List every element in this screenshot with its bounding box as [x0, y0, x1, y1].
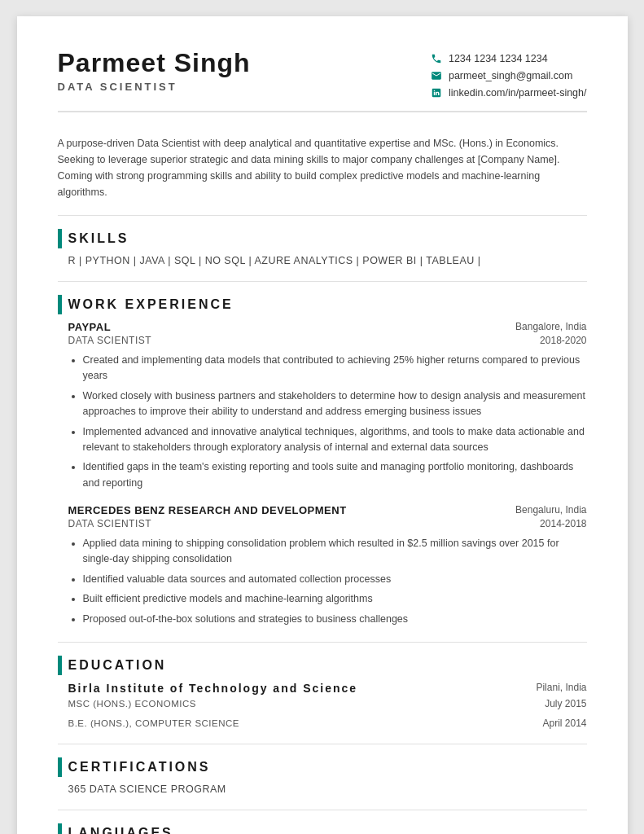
certifications-header: CERTIFICATIONS — [58, 757, 587, 777]
phone-icon — [430, 52, 443, 65]
job-mercedes-title: DATA SCIENTIST — [68, 518, 152, 529]
job-mercedes-subheader: DATA SCIENTIST 2014-2018 — [68, 518, 587, 529]
skills-header: SKILLS — [58, 229, 587, 248]
list-item: Identified gaps in the team's existing r… — [83, 459, 587, 491]
job-paypal-header: PAYPAL Bangalore, India — [68, 321, 587, 333]
linkedin-icon — [430, 86, 443, 99]
job-paypal-bullets: Created and implementing data models tha… — [68, 353, 587, 491]
edu-degree-2-date: April 2014 — [542, 718, 586, 729]
list-item: Applied data mining to shipping consolid… — [83, 536, 587, 568]
edu-degree-1: MSC (HONS.) ECONOMICS July 2015 — [68, 698, 587, 709]
email-address: parmeet_singh@gmail.com — [449, 70, 572, 81]
job-paypal-location: Bangalore, India — [515, 321, 586, 332]
linkedin-contact: linkedin.com/in/parmeet-singh/ — [430, 86, 587, 99]
certifications-section: CERTIFICATIONS 365 DATA SCIENCE PROGRAM — [58, 757, 587, 795]
header-left: Parmeet Singh DATA SCIENTIST — [58, 49, 251, 93]
job-paypal: PAYPAL Bangalore, India DATA SCIENTIST 2… — [58, 321, 587, 491]
job-mercedes-bullets: Applied data mining to shipping consolid… — [68, 536, 587, 627]
list-item: Worked closely with business partners an… — [83, 388, 587, 420]
education-section: EDUCATION Birla Institute of Technology … — [58, 656, 587, 729]
phone-number: 1234 1234 1234 1234 — [449, 53, 548, 64]
education-title: EDUCATION — [68, 658, 167, 673]
contact-info: 1234 1234 1234 1234 parmeet_singh@gmail.… — [430, 52, 587, 99]
edu-institution-name: Birla Institute of Technology and Scienc… — [68, 682, 358, 695]
list-item: Created and implementing data models tha… — [83, 353, 587, 384]
work-header: WORK EXPERIENCE — [58, 295, 587, 314]
job-mercedes: MERCEDES BENZ RESEARCH AND DEVELOPMENT B… — [58, 504, 587, 627]
divider-education — [58, 642, 587, 643]
list-item: Identified valuable data sources and aut… — [83, 572, 587, 587]
list-item: Implemented advanced and innovative anal… — [83, 424, 587, 456]
job-paypal-dates: 2018-2020 — [540, 335, 586, 346]
candidate-name: Parmeet Singh — [58, 49, 251, 77]
languages-section: LANGUAGES ENGLISH | HINDI — [58, 823, 587, 834]
edu-institution: Birla Institute of Technology and Scienc… — [58, 682, 587, 729]
email-contact: parmeet_singh@gmail.com — [430, 69, 587, 82]
edu-header: Birla Institute of Technology and Scienc… — [68, 682, 587, 695]
job-paypal-title: DATA SCIENTIST — [68, 335, 152, 346]
job-mercedes-location: Bengaluru, India — [515, 504, 586, 516]
job-paypal-subheader: DATA SCIENTIST 2018-2020 — [68, 335, 587, 346]
candidate-title: DATA SCIENTIST — [58, 81, 251, 93]
work-experience-section: WORK EXPERIENCE PAYPAL Bangalore, India … — [58, 295, 587, 627]
edu-degree-1-name: MSC (HONS.) ECONOMICS — [68, 699, 196, 709]
skills-section: SKILLS R | PYTHON | JAVA | SQL | NO SQL … — [58, 229, 587, 266]
divider-certifications — [58, 744, 587, 744]
email-icon — [430, 69, 443, 82]
header: Parmeet Singh DATA SCIENTIST 1234 1234 1… — [58, 49, 587, 112]
edu-location: Pilani, India — [536, 682, 586, 693]
work-bar — [58, 295, 62, 314]
education-header: EDUCATION — [58, 656, 587, 675]
certifications-title: CERTIFICATIONS — [68, 760, 211, 775]
linkedin-url: linkedin.com/in/parmeet-singh/ — [449, 87, 587, 99]
certifications-bar — [58, 757, 62, 777]
languages-bar — [58, 823, 62, 834]
resume-page: Parmeet Singh DATA SCIENTIST 1234 1234 1… — [17, 16, 628, 834]
edu-degree-2: B.E. (HONS.), COMPUTER SCIENCE April 201… — [68, 718, 587, 729]
job-mercedes-header: MERCEDES BENZ RESEARCH AND DEVELOPMENT B… — [68, 504, 587, 516]
company-mercedes: MERCEDES BENZ RESEARCH AND DEVELOPMENT — [68, 504, 347, 516]
languages-header: LANGUAGES — [58, 823, 587, 834]
skills-title: SKILLS — [68, 231, 129, 246]
phone-contact: 1234 1234 1234 1234 — [430, 52, 587, 65]
list-item: Proposed out-of-the-box solutions and st… — [83, 612, 587, 627]
company-paypal: PAYPAL — [68, 321, 112, 333]
languages-title: LANGUAGES — [68, 826, 173, 834]
edu-degree-2-name: B.E. (HONS.), COMPUTER SCIENCE — [68, 718, 240, 728]
divider-work — [58, 281, 587, 282]
skills-bar — [58, 229, 62, 248]
summary-text: A purpose-driven Data Scientist with dee… — [58, 127, 587, 200]
edu-degree-1-date: July 2015 — [545, 698, 586, 709]
divider-skills — [58, 215, 587, 216]
skills-list: R | PYTHON | JAVA | SQL | NO SQL | AZURE… — [58, 255, 587, 266]
work-title: WORK EXPERIENCE — [68, 297, 234, 312]
education-bar — [58, 656, 62, 675]
job-mercedes-dates: 2014-2018 — [540, 518, 586, 529]
certification-item: 365 DATA SCIENCE PROGRAM — [58, 784, 587, 795]
divider-languages — [58, 810, 587, 810]
list-item: Built efficient predictive models and ma… — [83, 591, 587, 607]
